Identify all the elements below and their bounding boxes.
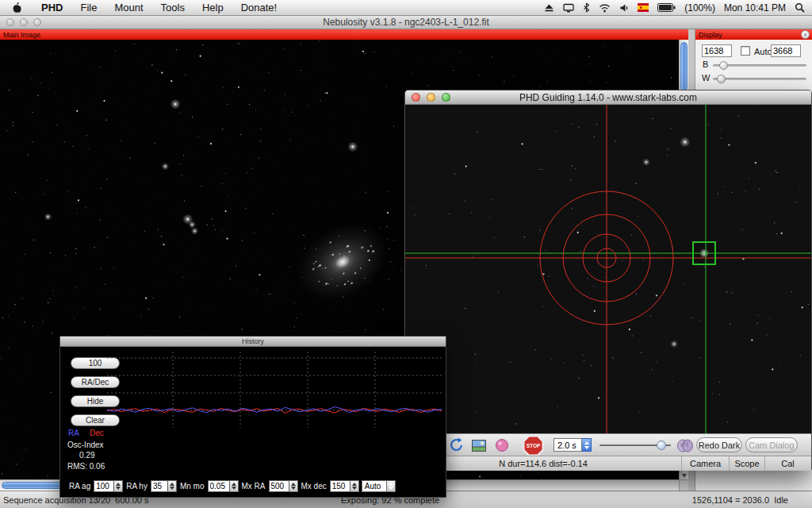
osc-index-value: 0.29 bbox=[79, 451, 94, 460]
ra-hysteresis-field bbox=[151, 480, 177, 492]
minimize-button[interactable] bbox=[427, 93, 435, 102]
display-icon[interactable] bbox=[563, 3, 574, 13]
spotlight-icon[interactable] bbox=[795, 2, 805, 13]
ra-aggressiveness-input[interactable] bbox=[94, 480, 114, 492]
ra-legend-label: RA bbox=[68, 429, 79, 437]
dec-mode-select[interactable]: Auto bbox=[362, 480, 396, 492]
menu-phd[interactable]: PHD bbox=[33, 0, 71, 15]
minimize-button[interactable] bbox=[20, 18, 28, 26]
stop-button[interactable]: STOP bbox=[522, 437, 544, 454]
black-slider-thumb[interactable] bbox=[719, 61, 728, 70]
white-level-slider[interactable] bbox=[713, 78, 806, 80]
black-slider-label: B bbox=[703, 60, 708, 69]
dec-mode-value[interactable]: Auto bbox=[362, 480, 387, 492]
dec-mode-stepper[interactable] bbox=[387, 480, 396, 492]
ra-aggressiveness-stepper[interactable] bbox=[114, 480, 123, 492]
menu-donate[interactable]: Donate! bbox=[232, 0, 286, 15]
white-slider-label: W bbox=[702, 73, 710, 83]
loop-exposures-icon[interactable] bbox=[446, 437, 465, 454]
menu-tools[interactable]: Tools bbox=[152, 0, 193, 15]
menu-file[interactable]: File bbox=[71, 0, 105, 15]
max-dec-field bbox=[330, 480, 359, 492]
dec-legend-label: Dec bbox=[90, 429, 104, 437]
phd-status-bar: N dur=114.6 dist=-0.14 Camera Scope Cal bbox=[405, 456, 811, 471]
camera-status-label: Camera bbox=[681, 456, 729, 471]
auto-checkbox-label: Auto bbox=[754, 47, 772, 56]
scroll-down-icon[interactable] bbox=[682, 474, 687, 478]
display-panel-header[interactable]: Display x bbox=[695, 29, 812, 40]
cal-status-label: Cal bbox=[764, 456, 810, 471]
max-ra-stepper[interactable] bbox=[289, 480, 298, 492]
guide-status-text: N dur=114.6 dist=-0.14 bbox=[405, 456, 681, 471]
pixel-readout-text: 1526,1104 = 2036.0 Idle bbox=[692, 495, 788, 505]
svg-text:STOP: STOP bbox=[526, 443, 540, 448]
apple-icon bbox=[11, 2, 21, 13]
ra-hysteresis-input[interactable] bbox=[151, 480, 168, 492]
black-level-slider[interactable] bbox=[713, 64, 806, 67]
max-dec-label: Mx dec bbox=[301, 482, 327, 491]
apple-menu[interactable] bbox=[0, 0, 33, 15]
max-dec-input[interactable] bbox=[330, 480, 350, 492]
phd-titlebar[interactable]: PHD Guiding 1.14.0 - www.stark-labs.com bbox=[405, 90, 811, 105]
eject-icon[interactable] bbox=[544, 3, 554, 13]
menu-mount[interactable]: Mount bbox=[105, 0, 151, 15]
vertical-scrollbar-thumb[interactable] bbox=[680, 42, 688, 91]
max-dec-stepper[interactable] bbox=[350, 480, 359, 492]
phd-window-title: PHD Guiding 1.14.0 - www.stark-labs.com bbox=[519, 92, 697, 103]
gamma-slider-thumb[interactable] bbox=[657, 441, 666, 450]
menu-bar-clock[interactable]: Mon 10:41 PM bbox=[724, 2, 786, 13]
menu-bar-status-items: (100%) Mon 10:41 PM bbox=[544, 2, 812, 13]
gamma-slider[interactable] bbox=[599, 444, 671, 446]
zoom-button[interactable] bbox=[442, 93, 450, 102]
exposure-stepper[interactable] bbox=[582, 438, 592, 452]
min-motion-input[interactable] bbox=[208, 480, 230, 492]
find-star-image-icon[interactable] bbox=[469, 437, 488, 454]
menu-help[interactable]: Help bbox=[193, 0, 232, 15]
ra-aggressiveness-field bbox=[94, 480, 123, 492]
auto-stretch-checkbox[interactable] bbox=[741, 46, 750, 56]
main-image-panel-title: Main Image bbox=[3, 31, 40, 39]
display-panel-title: Display bbox=[699, 31, 722, 39]
rms-value: RMS: 0.06 bbox=[67, 462, 105, 471]
window-buttons-inactive[interactable] bbox=[6, 18, 41, 26]
main-image-panel-header[interactable]: Main Image bbox=[0, 29, 688, 40]
wifi-icon[interactable] bbox=[599, 3, 611, 13]
nebulosity-window-title: Nebulosity v3.1.8 - ngc2403-L-1_012.fit bbox=[323, 17, 488, 28]
white-slider-thumb[interactable] bbox=[717, 75, 726, 83]
window-controls[interactable] bbox=[412, 93, 450, 102]
min-motion-field bbox=[208, 480, 239, 492]
history-titlebar[interactable]: History bbox=[60, 337, 446, 347]
ra-hysteresis-stepper[interactable] bbox=[168, 480, 177, 492]
close-button[interactable] bbox=[412, 93, 420, 102]
guide-icon[interactable] bbox=[492, 437, 511, 454]
zoom-button[interactable] bbox=[33, 18, 41, 26]
history-parameters-row: RA ag RA hy Mn mo Mx RA bbox=[68, 478, 396, 494]
battery-percent-label: (100%) bbox=[684, 2, 715, 13]
brain-settings-icon[interactable] bbox=[676, 437, 695, 454]
white-level-input[interactable] bbox=[771, 44, 801, 57]
history-graph bbox=[105, 348, 445, 433]
redo-dark-button[interactable]: Redo Dark bbox=[696, 437, 742, 452]
max-ra-field bbox=[269, 480, 298, 492]
max-ra-label: Mx RA bbox=[241, 482, 266, 491]
osc-index-label: Osc-Index bbox=[67, 441, 104, 449]
min-motion-stepper[interactable] bbox=[230, 480, 239, 492]
nebulosity-titlebar[interactable]: Nebulosity v3.1.8 - ngc2403-L-1_012.fit bbox=[0, 16, 812, 29]
exposure-duration-value[interactable]: 2.0 s bbox=[553, 438, 582, 452]
max-ra-input[interactable] bbox=[269, 480, 289, 492]
guide-crosshair-overlay bbox=[405, 105, 811, 433]
close-icon[interactable]: x bbox=[801, 30, 810, 39]
exposure-duration-select[interactable]: 2.0 s bbox=[553, 438, 592, 452]
ra-aggressiveness-label: RA ag bbox=[68, 482, 91, 491]
bluetooth-icon[interactable] bbox=[583, 2, 590, 13]
volume-icon[interactable] bbox=[619, 3, 629, 13]
phd-guide-view[interactable] bbox=[405, 105, 811, 433]
keyboard-flag-icon[interactable] bbox=[638, 3, 649, 12]
scrollbar-corner bbox=[679, 479, 688, 491]
close-button[interactable] bbox=[6, 18, 14, 26]
history-window-title: History bbox=[242, 337, 264, 345]
battery-icon[interactable] bbox=[657, 3, 676, 12]
black-level-input[interactable] bbox=[702, 44, 732, 57]
min-motion-label: Mn mo bbox=[179, 482, 205, 491]
cam-dialog-button[interactable]: Cam Dialog bbox=[745, 437, 798, 452]
